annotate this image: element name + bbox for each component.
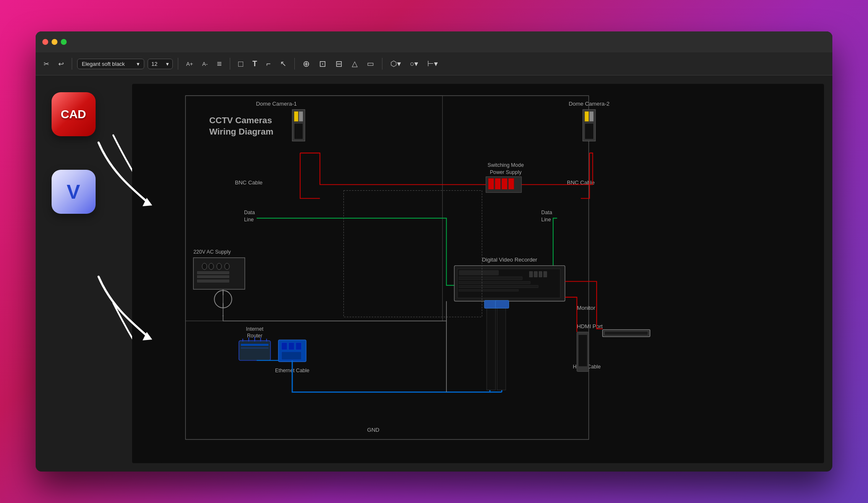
svg-rect-55 [239,341,270,360]
svg-text:Internet: Internet [246,326,264,332]
separator-2 [178,58,178,70]
separator-5 [382,58,382,70]
separator-4 [294,58,295,70]
svg-text:Digital Video Recorder: Digital Video Recorder [482,257,538,263]
svg-rect-66 [288,342,294,350]
svg-rect-34 [198,272,229,274]
svg-text:Monitor: Monitor [577,305,596,311]
svg-rect-36 [198,280,229,283]
svg-rect-49 [534,272,538,277]
svg-rect-72 [495,301,509,309]
title-bar [36,31,832,52]
text-button[interactable]: T [249,57,260,70]
font-size-value: 12 [151,61,157,67]
cursor-button[interactable]: ↖ [277,57,289,70]
svg-rect-7 [294,111,298,122]
svg-text:GND: GND [367,427,379,433]
rect2-button[interactable]: ▭ [364,57,377,70]
svg-rect-50 [539,272,542,277]
align-panel-button[interactable]: ⊟ [333,57,346,71]
svg-rect-48 [530,272,533,277]
svg-rect-22 [509,178,514,189]
svg-text:Line: Line [244,217,254,223]
rect-button[interactable]: □ [235,57,246,71]
svg-text:Line: Line [541,217,551,223]
svg-rect-44 [459,277,522,280]
svg-text:Dome Camera-1: Dome Camera-1 [256,101,296,107]
svg-text:BNC Cable: BNC Cable [235,179,262,186]
svg-rect-61 [241,344,268,346]
svg-rect-51 [543,272,547,277]
svg-point-30 [202,263,207,270]
svg-rect-79 [578,335,587,366]
font-dropdown-arrow: ▾ [137,61,140,67]
svg-text:HDMI Port: HDMI Port [577,323,603,329]
svg-text:Switching Mode: Switching Mode [488,162,524,168]
svg-rect-65 [281,342,287,350]
visio-label: V [67,180,80,203]
svg-rect-12 [585,111,589,122]
svg-rect-46 [459,285,538,288]
svg-rect-21 [502,178,507,189]
layers-button[interactable]: ⊕ [300,57,313,71]
side-icons: CAD V [36,75,111,472]
fill-button[interactable]: ⬡▾ [387,57,404,70]
svg-rect-76 [605,331,648,335]
maximize-button[interactable] [61,39,67,45]
svg-rect-45 [459,281,530,284]
svg-text:Dome Camera-2: Dome Camera-2 [569,101,609,107]
font-decrease-button[interactable]: A- [199,59,211,69]
crop-button[interactable]: ⊢▾ [424,57,441,70]
svg-rect-14 [585,123,594,139]
triangle-button[interactable]: △ [349,57,361,70]
font-size-arrow: ▾ [166,61,169,67]
font-size-selector[interactable]: 12 ▾ [148,59,173,69]
circle-button[interactable]: ○▾ [407,57,421,70]
close-button[interactable] [42,39,48,45]
svg-rect-70 [497,303,506,390]
svg-rect-9 [294,123,303,139]
main-content: CAD V [36,75,832,472]
diagram-area[interactable]: CCTV Cameras Wiring Diagram Dome Camera-… [132,84,824,463]
cctv-diagram: CCTV Cameras Wiring Diagram Dome Camera-… [132,84,824,463]
svg-rect-67 [296,342,301,350]
separator-3 [230,58,230,70]
scissors-button[interactable]: ✂ [41,58,52,70]
cad-icon[interactable]: CAD [52,92,96,136]
svg-text:CCTV Cameras: CCTV Cameras [209,115,272,125]
svg-rect-43 [459,270,499,275]
svg-text:220V AC Supply: 220V AC Supply [193,249,231,255]
svg-text:Power Supply: Power Supply [490,169,522,175]
svg-text:Wiring Diagram: Wiring Diagram [209,127,273,136]
svg-rect-20 [495,178,501,189]
svg-point-33 [225,263,229,270]
svg-point-32 [217,263,221,270]
frame-button[interactable]: ⊡ [316,57,329,71]
font-selector[interactable]: Elegant soft black ▾ [77,59,144,69]
svg-rect-13 [590,111,593,122]
cad-label: CAD [61,108,86,121]
svg-rect-68 [281,352,301,360]
mac-window: ✂ ↩ Elegant soft black ▾ 12 ▾ A+ A- ≡ □ … [36,31,832,472]
minimize-button[interactable] [52,39,57,45]
svg-rect-35 [198,275,229,278]
visio-icon[interactable]: V [52,170,96,214]
traffic-lights [42,39,67,45]
svg-rect-69 [487,303,496,390]
font-increase-button[interactable]: A+ [183,59,196,69]
svg-text:Data: Data [244,210,255,215]
undo-button[interactable]: ↩ [55,58,67,70]
align-button[interactable]: ≡ [214,57,225,71]
bend-button[interactable]: ⌐ [263,57,274,70]
svg-rect-8 [299,111,303,122]
svg-point-31 [209,263,213,270]
font-name-label: Elegant soft black [82,61,125,67]
separator-1 [72,58,72,70]
svg-rect-62 [241,347,268,349]
svg-rect-47 [459,289,518,291]
toolbar: ✂ ↩ Elegant soft black ▾ 12 ▾ A+ A- ≡ □ … [36,52,832,75]
svg-text:Data: Data [541,210,552,215]
svg-rect-19 [489,178,494,189]
